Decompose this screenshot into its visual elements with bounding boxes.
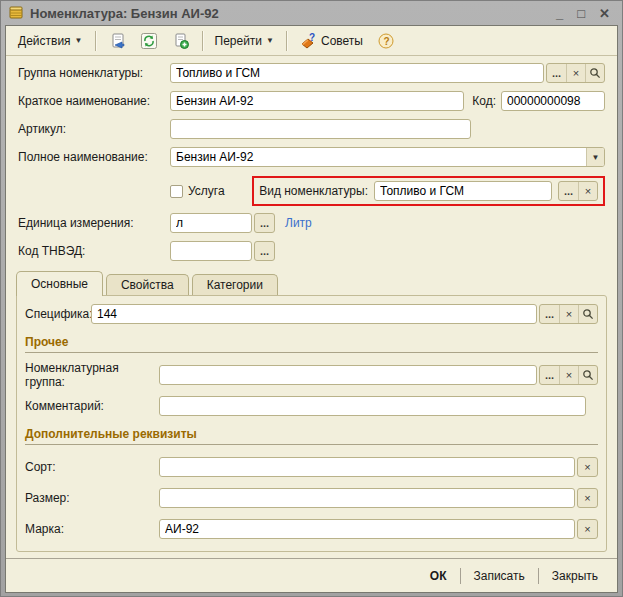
magnifier-icon [582, 308, 594, 320]
sort-row: Сорт: × [25, 457, 598, 477]
svg-text:?: ? [309, 32, 315, 43]
nom-group-row: Номенклатурная группа: ... × [25, 365, 598, 385]
tab-panel-osnovnye: Специфика: ... × Прочее Номенклатурная г… [16, 295, 607, 552]
code-label: Код: [472, 94, 496, 108]
tnved-field-buttons: ... [254, 241, 275, 261]
code-input[interactable] [501, 91, 605, 111]
select-button[interactable]: ... [255, 214, 274, 232]
kind-input[interactable] [374, 181, 552, 201]
reread-button[interactable] [134, 29, 164, 53]
unit-row: Единица измерения: ... Литр [18, 213, 605, 233]
article-input[interactable] [170, 119, 471, 139]
unit-input[interactable] [170, 213, 252, 233]
titlebar: Номенклатура: Бензин АИ-92 _ □ ✕ [5, 1, 618, 25]
tips-book-icon: ? [299, 32, 317, 50]
select-button[interactable]: ... [547, 64, 566, 82]
tips-button[interactable]: ? Советы [293, 29, 369, 53]
service-checkbox-label: Услуга [188, 184, 225, 198]
dropdown-arrow-icon[interactable]: ▼ [586, 148, 604, 166]
minimize-icon[interactable]: _ [556, 7, 563, 20]
nomenclature-icon [9, 6, 24, 20]
tnved-input[interactable] [170, 241, 252, 261]
footer-separator [538, 568, 539, 584]
select-button[interactable]: ... [559, 182, 578, 200]
maximize-icon[interactable]: □ [577, 7, 585, 20]
write-button[interactable]: Записать [463, 565, 536, 587]
tnved-label: Код ТНВЭД: [18, 244, 170, 258]
service-checkbox[interactable]: Услуга [170, 184, 225, 198]
full-name-row: Полное наименование: ▼ [18, 147, 605, 167]
short-name-label: Краткое наименование: [18, 94, 170, 108]
clear-button[interactable]: × [559, 305, 578, 323]
clear-button[interactable]: × [578, 458, 597, 476]
kind-field-buttons: ... × [558, 181, 598, 201]
full-name-input[interactable] [170, 147, 605, 167]
footer-separator [460, 568, 461, 584]
goto-menu-label: Перейти [215, 34, 263, 48]
ok-button[interactable]: ОК [419, 565, 458, 587]
toolbar-separator [286, 31, 287, 51]
refresh-icon [140, 32, 158, 50]
specifics-input[interactable] [91, 304, 537, 324]
article-row: Артикул: [18, 119, 605, 139]
close-icon[interactable]: ✕ [599, 7, 610, 20]
close-button[interactable]: Закрыть [541, 565, 609, 587]
tab-label: Основные [31, 277, 88, 291]
actions-menu-button[interactable]: Действия ▼ [12, 29, 89, 53]
tab-bar: Основные Свойства Категории [6, 271, 617, 295]
toolbar-separator [95, 31, 96, 51]
service-kind-row: Услуга Вид номенклатуры: ... × [18, 175, 605, 207]
brand-input[interactable] [159, 519, 575, 539]
sort-field-buttons: × [577, 457, 598, 477]
nom-group-input[interactable] [159, 365, 537, 385]
clear-button[interactable]: × [578, 489, 597, 507]
form-area: Группа номенклатуры: ... × Краткое наиме… [6, 56, 617, 269]
toolbar: Действия ▼ [6, 26, 617, 56]
goto-menu-button[interactable]: Перейти ▼ [209, 29, 280, 53]
select-button[interactable]: ... [540, 305, 559, 323]
tab-label: Категории [207, 278, 263, 292]
tab-osnovnye[interactable]: Основные [16, 271, 103, 296]
open-button[interactable] [578, 366, 597, 384]
group-row: Группа номенклатуры: ... × [18, 63, 605, 83]
tnved-row: Код ТНВЭД: ... [18, 241, 605, 261]
unit-presentation-text: Литр [285, 216, 312, 230]
full-name-label: Полное наименование: [18, 150, 170, 164]
svg-text:?: ? [384, 35, 390, 46]
window-title: Номенклатура: Бензин АИ-92 [30, 6, 550, 21]
brand-label: Марка: [25, 522, 159, 536]
specifics-row: Специфика: ... × [25, 304, 598, 324]
window-body: Действия ▼ [5, 25, 618, 593]
nom-group-label: Номенклатурная группа: [25, 361, 159, 389]
brand-row: Марка: × [25, 519, 598, 539]
select-button[interactable]: ... [540, 366, 559, 384]
group-input[interactable] [170, 63, 544, 83]
comment-input[interactable] [159, 396, 586, 416]
checkbox-box-icon [170, 185, 183, 198]
group-field-buttons: ... × [546, 63, 605, 83]
size-field-buttons: × [577, 488, 598, 508]
copy-button[interactable] [166, 29, 196, 53]
tab-svoystva[interactable]: Свойства [106, 274, 189, 295]
clear-button[interactable]: × [578, 520, 597, 538]
section-header-additional: Дополнительные реквизиты [25, 427, 598, 445]
help-button[interactable]: ? [371, 29, 401, 53]
section-header-other: Прочее [25, 335, 598, 353]
highlight-red-box: Вид номенклатуры: ... × [252, 176, 605, 206]
document-add-icon [172, 32, 190, 50]
size-input[interactable] [159, 488, 575, 508]
sort-input[interactable] [159, 457, 575, 477]
group-label: Группа номенклатуры: [18, 66, 170, 80]
short-name-input[interactable] [170, 91, 464, 111]
select-button[interactable]: ... [255, 242, 274, 260]
clear-button[interactable]: × [559, 366, 578, 384]
write-object-button[interactable] [102, 29, 132, 53]
clear-button[interactable]: × [578, 182, 597, 200]
document-write-icon [108, 32, 126, 50]
actions-menu-label: Действия [18, 34, 71, 48]
chevron-down-icon: ▼ [75, 36, 83, 45]
open-button[interactable] [585, 64, 604, 82]
tab-kategorii[interactable]: Категории [192, 274, 278, 295]
clear-button[interactable]: × [566, 64, 585, 82]
open-button[interactable] [578, 305, 597, 323]
